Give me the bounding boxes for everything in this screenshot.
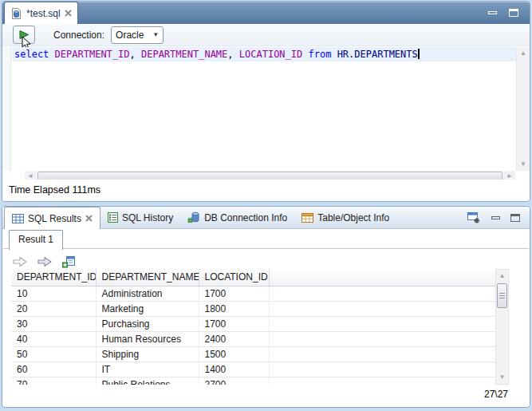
table-row[interactable]: 30Purchasing1700 (11, 316, 495, 331)
table-cell[interactable]: 20 (11, 301, 96, 316)
table-cell[interactable]: 30 (11, 316, 96, 331)
vscroll-thumb[interactable] (497, 283, 507, 308)
table-cell[interactable]: 1700 (199, 286, 269, 301)
table-row[interactable]: 70Public Relations2700 (11, 377, 495, 385)
table-row[interactable]: 60IT1400 (11, 362, 495, 377)
table-cell[interactable]: 1500 (199, 346, 269, 362)
table-cell-filler (269, 301, 495, 316)
scroll-down-icon[interactable]: ▼ (518, 161, 529, 168)
results-tab-bar: SQL Results SQL History (2, 207, 530, 229)
sql-token-identifier: DEPARTMENT_NAME (141, 49, 227, 60)
table-cell[interactable]: Administration (96, 286, 199, 301)
table-cell[interactable]: Marketing (96, 301, 199, 316)
run-button[interactable] (13, 26, 35, 44)
tab-test-sql[interactable]: *test.sql (4, 2, 78, 24)
results-grid: DEPARTMENT_IDDEPARTMENT_NAMELOCATION_ID … (11, 269, 509, 385)
table-cell[interactable]: Public Relations (96, 377, 199, 385)
tab-result-1[interactable]: Result 1 (9, 230, 63, 250)
scroll-down-icon[interactable]: ▼ (499, 371, 506, 384)
tab-sql-results[interactable]: SQL Results (4, 207, 100, 229)
table-cell[interactable]: 1700 (199, 316, 269, 331)
editor-status: Time Elapsed 111ms (2, 180, 530, 201)
table-cell[interactable]: Purchasing (96, 316, 199, 331)
column-header[interactable]: DEPARTMENT_NAME (96, 269, 199, 286)
sql-token-plain: , (227, 49, 238, 60)
table-info-icon (301, 213, 313, 223)
table-cell[interactable]: 1800 (199, 301, 269, 316)
sql-token-identifier: LOCATION_ID (239, 49, 302, 60)
database-plus-icon[interactable] (61, 255, 76, 269)
scroll-left-icon[interactable]: ◄ (25, 173, 36, 180)
scroll-up-icon[interactable]: ▲ (518, 50, 529, 57)
sql-code-line: select DEPARTMENT_ID, DEPARTMENT_NAME, L… (14, 48, 420, 61)
editor-vscrollbar[interactable]: ▲ ▼ (516, 47, 530, 171)
results-table: DEPARTMENT_IDDEPARTMENT_NAMELOCATION_ID … (11, 269, 495, 385)
code-editor[interactable]: select DEPARTMENT_ID, DEPARTMENT_NAME, L… (2, 47, 530, 171)
table-cell-filler (269, 346, 495, 362)
results-vscrollbar[interactable]: ▲ ▼ (495, 269, 509, 385)
view-menu-settings-icon[interactable] (467, 211, 481, 224)
chevron-down-icon: ▼ (152, 31, 159, 38)
connection-label: Connection: (53, 30, 104, 41)
table-cell-filler (269, 377, 495, 385)
annotation-ruler (2, 47, 11, 171)
table-row[interactable]: 20Marketing1800 (11, 301, 495, 316)
editor-toolbar: Connection: Oracle ▼ (2, 24, 530, 46)
tab-label: SQL History (122, 212, 173, 223)
tab-label: DB Connection Info (204, 212, 287, 223)
database-plug-icon (187, 211, 200, 223)
connection-select[interactable]: Oracle ▼ (111, 26, 164, 44)
close-icon[interactable] (85, 215, 93, 222)
table-cell-filler (269, 286, 495, 301)
table-cell-filler (269, 331, 495, 346)
scroll-up-icon[interactable]: ▲ (499, 270, 506, 283)
sql-token-tableref: HR.DEPARTMENTS (337, 49, 418, 60)
table-cell[interactable]: 50 (11, 346, 96, 362)
previous-result-icon[interactable] (12, 256, 28, 267)
column-header-filler (269, 269, 495, 286)
table-cell[interactable]: Human Resources (96, 331, 199, 346)
view-buttons (467, 207, 520, 229)
table-header-row: DEPARTMENT_IDDEPARTMENT_NAMELOCATION_ID (11, 269, 495, 286)
maximize-icon[interactable] (510, 214, 520, 222)
table-cell[interactable]: 2700 (199, 377, 269, 385)
table-cell[interactable]: 70 (11, 377, 96, 385)
next-result-icon[interactable] (37, 256, 53, 267)
sql-file-icon (10, 7, 22, 20)
grid-icon (12, 214, 24, 223)
table-cell[interactable]: 1400 (199, 362, 269, 377)
minimize-icon[interactable] (488, 11, 497, 14)
editor-window-buttons (488, 2, 518, 24)
column-header[interactable]: DEPARTMENT_ID (11, 269, 96, 286)
close-icon[interactable] (65, 10, 72, 17)
results-panel: SQL Results SQL History (2, 206, 530, 408)
text-caret (418, 49, 420, 59)
table-cell[interactable]: 2400 (199, 331, 269, 346)
table-cell[interactable]: 40 (11, 331, 96, 346)
editor-tab-bar: *test.sql (2, 2, 530, 24)
column-header[interactable]: LOCATION_ID (199, 269, 269, 286)
tab-label: SQL Results (28, 213, 81, 224)
history-list-icon (108, 212, 118, 223)
minimize-icon[interactable] (491, 216, 500, 219)
maximize-icon[interactable] (509, 9, 518, 17)
table-row[interactable]: 40Human Resources2400 (11, 331, 495, 346)
sql-token-identifier: DEPARTMENT_ID (55, 49, 130, 60)
table-cell[interactable]: 60 (11, 362, 96, 377)
table-cell[interactable]: IT (96, 362, 199, 377)
table-row[interactable]: 50Shipping1500 (11, 346, 495, 362)
scroll-right-icon[interactable]: ► (504, 173, 515, 180)
results-toolbar (12, 253, 76, 271)
table-cell-filler (269, 362, 495, 377)
row-count: 27\27 (484, 389, 508, 400)
tab-db-connection-info[interactable]: DB Connection Info (180, 207, 294, 228)
result-subtab-row: Result 1 (3, 230, 529, 249)
table-cell-filler (269, 316, 495, 331)
tab-table-object-info[interactable]: Table/Object Info (294, 207, 396, 228)
table-row[interactable]: 10Administration1700 (11, 286, 495, 301)
tab-sql-history[interactable]: SQL History (100, 207, 180, 228)
sql-token-keyword: select (14, 49, 55, 60)
connection-value: Oracle (116, 30, 152, 41)
table-cell[interactable]: 10 (11, 286, 96, 301)
table-cell[interactable]: Shipping (96, 346, 199, 362)
